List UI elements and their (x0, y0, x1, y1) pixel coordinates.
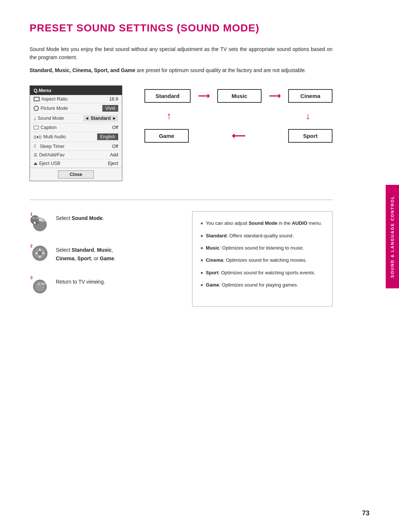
qmenu-sleep-label: Sleep Timer (40, 144, 65, 149)
note-item-3: Music: Optimizes sound for listening to … (201, 244, 324, 252)
page-number: 73 (362, 509, 369, 517)
flow-cinema: Cinema (288, 89, 332, 103)
qmenu-row-del: ☰ Del/Add/Fav Add (30, 151, 122, 159)
qmenu-caption-label: Caption (41, 125, 57, 130)
note-item-5: Sport: Optimizes sound for watching spor… (201, 268, 324, 277)
qmenu-row-sound: ♩ Sound Mode ◄ Standard ► (30, 113, 122, 123)
note-item-2: Standard: Offers standard-quality sound. (201, 231, 324, 240)
multi-audio-icon: ((●)) (34, 135, 41, 139)
qmenu-picture-value: Vivid (102, 105, 118, 112)
qmenu-del-value: Add (110, 152, 118, 157)
flow-game: Game (144, 129, 189, 143)
qmenu-row-sleep: ☾ Sleep Timer Off (30, 142, 122, 151)
steps-left: Q. MENU Q.MENU Q. MENU 1 Select Sound Mo… (30, 211, 170, 306)
qmenu-eject-value: Eject (108, 161, 118, 166)
step-3-text: Return to TV viewing. (56, 275, 105, 286)
description-para1: Sound Mode lets you enjoy the best sound… (30, 45, 332, 62)
step-3: Q. MENU 3 Return to TV viewing. (30, 275, 170, 295)
flow-music: Music (217, 89, 262, 103)
svg-text:Q. MENU: Q. MENU (38, 282, 49, 285)
qmenu-row-multi: ((●)) Multi Audio English (30, 132, 122, 142)
step-2-icon: 2 (30, 243, 50, 264)
flow-standard: Standard (144, 89, 191, 103)
qmenu-title: Q.Menu (30, 86, 122, 95)
qmenu-row-eject: ⏏ Eject USB Eject (30, 159, 122, 168)
qmenu-box: Q.Menu Aspect Ratio 16:9 Picture Mode Vi… (30, 85, 122, 181)
description-bold: Standard, Music, Cinema, Sport, and Game (30, 67, 135, 73)
side-tab: Sound & Language Control (386, 185, 399, 288)
aspect-ratio-icon (34, 97, 40, 101)
sound-mode-icon: ♩ (34, 116, 36, 121)
step-2-text: Select Standard, Music, Cinema, Sport, o… (56, 243, 116, 262)
flow-sport: Sport (288, 129, 332, 143)
svg-text:3: 3 (30, 275, 33, 280)
steps-section: Q. MENU Q.MENU Q. MENU 1 Select Sound Mo… (30, 211, 332, 306)
qmenu-container: Q.Menu Aspect Ratio 16:9 Picture Mode Vi… (30, 85, 332, 181)
sleep-timer-icon: ☾ (34, 143, 38, 149)
qmenu-row-aspect: Aspect Ratio 16:9 (30, 95, 122, 104)
step-3-icon: Q. MENU 3 (30, 275, 50, 295)
qmenu-aspect-label: Aspect Ratio (41, 96, 68, 102)
main-content: PRESET SOUND SETTINGS (SOUND MODE) Sound… (0, 0, 362, 329)
svg-point-10 (38, 251, 42, 255)
picture-mode-icon (34, 106, 39, 111)
flow-arrow-right-1: ⟶ (198, 91, 210, 101)
qmenu-row-picture: Picture Mode Vivid (30, 104, 122, 113)
qmenu-sound-label: Sound Mode (38, 116, 64, 121)
qmenu-close-button[interactable]: Close (58, 170, 93, 179)
qmenu-picture-label: Picture Mode (41, 106, 68, 111)
step-2: 2 Select Standard, Music, Cinema, Sport,… (30, 243, 170, 264)
step-1: Q. MENU Q.MENU Q. MENU 1 Select Sound Mo… (30, 211, 170, 232)
flow-row-top: Standard ⟶ Music ⟶ Cinema (144, 89, 332, 103)
note-item-1: You can also adjust Sound Mode in the AU… (201, 219, 324, 227)
qmenu-sleep-value: Off (112, 144, 118, 149)
flow-diagram: Standard ⟶ Music ⟶ Cinema ↑ ↓ Game ⟵ Spo… (144, 85, 332, 143)
qmenu-del-label: Del/Add/Fav (39, 152, 65, 157)
qmenu-sound-value: ◄ Standard ► (83, 115, 118, 122)
del-add-fav-icon: ☰ (34, 153, 37, 157)
description-suffix: are preset for optimum sound quality at … (135, 67, 306, 73)
flow-arrow-right-2: ⟶ (269, 91, 281, 101)
qmenu-row-caption: Caption Off (30, 123, 122, 132)
step-1-bold: Sound Mode (72, 215, 103, 221)
qmenu-caption-value: Off (112, 125, 118, 130)
qmenu-multi-value: English (97, 133, 118, 140)
qmenu-close-row: Close (30, 168, 122, 181)
flow-arrow-down: ↓ (306, 110, 310, 122)
side-tab-label: Sound & Language Control (390, 196, 395, 278)
note-item-4: Cinema: Optimizes sound for watching mov… (201, 256, 324, 264)
flow-arrow-up: ↑ (167, 110, 171, 122)
eject-usb-icon: ⏏ (34, 161, 37, 166)
notes-list: You can also adjust Sound Mode in the AU… (201, 219, 324, 289)
flow-arrow-left: ⟵ (232, 130, 245, 142)
svg-text:2: 2 (30, 244, 33, 248)
notes-box: You can also adjust Sound Mode in the AU… (192, 211, 332, 306)
svg-text:Q. MENU: Q. MENU (33, 217, 44, 220)
flow-row-bottom: Game ⟵ Sport (144, 129, 332, 143)
page-title: PRESET SOUND SETTINGS (SOUND MODE) (30, 22, 332, 34)
flow-arrows-mid: ↑ ↓ (144, 110, 332, 122)
qmenu-multi-label: Multi Audio (43, 134, 66, 139)
caption-icon (34, 126, 39, 129)
svg-text:1: 1 (30, 212, 33, 216)
description-para2: Standard, Music, Cinema, Sport, and Game… (30, 66, 332, 74)
qmenu-aspect-value: 16:9 (109, 96, 118, 102)
qmenu-eject-label: Eject USB (39, 161, 60, 166)
note-item-6: Game: Optimizes sound for playing games. (201, 281, 324, 289)
step-1-text: Select Sound Mode. (56, 211, 104, 222)
section-divider (30, 200, 332, 200)
step-1-icon: Q. MENU Q.MENU Q. MENU 1 (30, 211, 50, 232)
